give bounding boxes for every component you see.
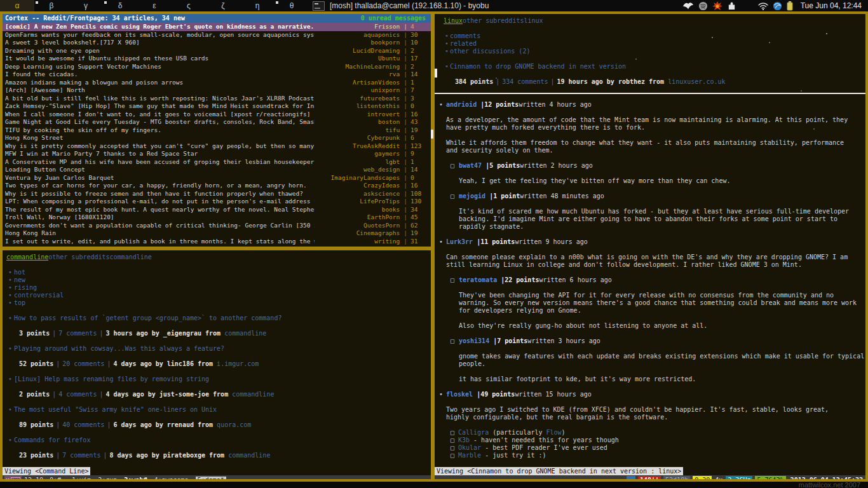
post-title-link[interactable]: How to pass results of `getent group <gr…: [14, 315, 281, 322]
article-row[interactable]: LPT: When composing a professional e-mai…: [3, 198, 431, 206]
app-link[interactable]: K3b: [458, 437, 470, 444]
spotify-icon[interactable]: [698, 1, 708, 11]
article-row[interactable]: A Conservative MP and his wife have been…: [3, 158, 431, 166]
workspace-tag[interactable]: γ: [69, 0, 103, 11]
post-title-link[interactable]: The most useful "Swiss army knife" one-l…: [14, 406, 217, 413]
comment-author[interactable]: mejogid: [459, 193, 485, 200]
post-source-link[interactable]: commandline: [228, 452, 270, 459]
comment-author[interactable]: yoshi314: [459, 337, 489, 344]
nav-link[interactable]: comments: [450, 32, 480, 39]
post-author[interactable]: just-some-joe: [159, 391, 209, 398]
article-row[interactable]: Why is it possible to freeze semen and t…: [3, 190, 431, 198]
article-row[interactable]: Hong Kong Street Cyberpunk | 6: [3, 134, 431, 142]
article-row[interactable]: I found the cicadas. rva | 14: [3, 71, 431, 79]
article-row[interactable]: I set out to write, edit, and publish a …: [3, 238, 431, 246]
sort-link[interactable]: new: [14, 276, 25, 283]
sort-link[interactable]: rising: [14, 284, 37, 291]
post-source-link[interactable]: quora.com: [217, 421, 251, 428]
article-row[interactable]: A sweet 3 level bookshelf.[717 X 960] bo…: [3, 39, 431, 47]
post-source-link[interactable]: commandline: [224, 330, 266, 337]
workspace-tag[interactable]: ε: [137, 0, 172, 11]
article-row[interactable]: Zack Hemsey-"Slave" [Hip Hop] The same g…: [3, 102, 431, 111]
post-title-link[interactable]: Commands for firefox: [14, 437, 90, 444]
app-link[interactable]: Marble: [458, 452, 481, 459]
post-title-link[interactable]: Playing around with cowsay...Was this al…: [14, 345, 224, 352]
plugin-icon[interactable]: [727, 1, 736, 10]
subreddit-link[interactable]: linux: [444, 17, 463, 24]
article-row[interactable]: Ventura by Juan Carlos Barquet Imaginary…: [3, 174, 431, 182]
post-source-link[interactable]: commandline: [232, 391, 274, 398]
tmux-window[interactable]: 3:web#: [124, 477, 147, 480]
post-author[interactable]: rrenaud: [167, 421, 194, 428]
article-row[interactable]: Game Night at Good Life every Tuesday - …: [3, 118, 431, 126]
other-subreddit-link[interactable]: commandline: [110, 254, 152, 261]
post-author[interactable]: pirateboxge: [163, 452, 205, 459]
workspace-tag[interactable]: α: [0, 0, 34, 11]
app-link[interactable]: Okular: [458, 444, 481, 451]
post-source-link[interactable]: i.imgur.com: [217, 360, 259, 367]
post-title-link[interactable]: [Linux] Help mass renaming files by remo…: [14, 376, 209, 383]
article-row[interactable]: [Arch] [Awesome] North unixporn | 7: [3, 86, 431, 95]
nav-link[interactable]: other discussions (2): [450, 48, 530, 55]
tmux-window[interactable]: 5:demo*: [196, 477, 226, 480]
post-author[interactable]: robthez: [618, 78, 645, 85]
app-sublink[interactable]: Flow: [546, 429, 561, 436]
other-subreddit-link[interactable]: linux: [524, 17, 543, 24]
layout-terminal-icon[interactable]: [313, 1, 325, 11]
workspace-tag[interactable]: θ: [275, 0, 309, 11]
subreddit-link[interactable]: commandline: [6, 254, 48, 261]
comment-author[interactable]: bwat47: [459, 162, 482, 169]
other-subreddits-label[interactable]: other subreddits: [463, 17, 524, 24]
post-author[interactable]: linc186: [167, 360, 194, 367]
article-row[interactable]: The result of my most epic book hunt. A …: [3, 206, 431, 214]
article-row[interactable]: A bit old but i still feel like this is …: [3, 95, 431, 103]
article-row[interactable]: TIFU by cooking the skin off of my finge…: [3, 126, 431, 135]
battery-icon[interactable]: [787, 1, 793, 11]
article-row[interactable]: Deep Learning using Support Vector Machi…: [3, 63, 431, 71]
post-source-link[interactable]: linuxuser.co.uk: [668, 78, 725, 85]
comment-author[interactable]: teratomata: [459, 276, 497, 283]
article-row[interactable]: Hong Kong Rain Cinemagraphs | 19: [3, 229, 431, 238]
comment-author[interactable]: Lurk3rr: [446, 238, 473, 245]
article-row[interactable]: Two types of car horns for your car, a h…: [3, 182, 431, 190]
comments-link[interactable]: 7 comments: [58, 330, 97, 337]
flame-icon[interactable]: [712, 1, 722, 11]
workspace-tag[interactable]: δ: [103, 0, 137, 11]
article-row[interactable]: Troll Wall, Norway [1680X1120] EarthPorn…: [3, 214, 431, 222]
article-row[interactable]: [comic] A new Zen Pencils comic using Ro…: [3, 23, 431, 31]
workspace-tag[interactable]: β: [34, 0, 69, 11]
tmux-window[interactable]: 0:#-: [50, 477, 65, 480]
article-row[interactable]: Amazon indians making a blowgun and pois…: [3, 79, 431, 87]
bird-icon[interactable]: [682, 1, 694, 10]
sort-link[interactable]: top: [14, 299, 25, 306]
tmux-window[interactable]: 4:awesome: [154, 477, 188, 480]
article-row[interactable]: When I call someone I don't want to, and…: [3, 111, 431, 119]
article-row[interactable]: MFW I win at Mario Party 7 thanks to a R…: [3, 150, 431, 158]
workspace-tag[interactable]: ζ: [206, 0, 240, 11]
article-row[interactable]: Governments don't want a population capa…: [3, 222, 431, 230]
comments-link[interactable]: 7 comments: [62, 452, 100, 459]
sort-link[interactable]: hot: [14, 269, 25, 276]
tmux-window[interactable]: 1:vim: [72, 477, 91, 480]
browser-icon[interactable]: [773, 1, 782, 11]
article-row[interactable]: OpenFarms wants your feedback on its sma…: [3, 31, 431, 39]
nav-link[interactable]: related: [450, 40, 477, 47]
app-link[interactable]: Calligra: [458, 429, 489, 436]
post-author[interactable]: _eigengrau: [163, 330, 201, 337]
comment-author[interactable]: andrioid: [446, 101, 477, 108]
other-subreddits-label[interactable]: other subreddits: [48, 254, 109, 261]
article-row[interactable]: Why is it pretty commonly accepted that …: [3, 142, 431, 151]
comments-link[interactable]: 40 comments: [62, 421, 104, 428]
comment-author[interactable]: floskel: [446, 391, 473, 398]
thread-title-link[interactable]: Cinnamon to drop GNOME backend in next v…: [450, 63, 626, 70]
comments-link[interactable]: 4 comments: [58, 391, 97, 398]
article-row[interactable]: Loading Button Concept web_design | 14: [3, 166, 431, 174]
sort-link[interactable]: controversial: [14, 292, 64, 299]
comments-link[interactable]: 334 comments: [502, 78, 548, 85]
comments-link[interactable]: 20 comments: [62, 360, 104, 367]
wifi-icon[interactable]: [758, 2, 768, 10]
tmux-window[interactable]: 2:run: [98, 477, 117, 480]
workspace-tag[interactable]: η: [240, 0, 275, 11]
article-row[interactable]: It would be awesome if Ubuntu shipped on…: [3, 55, 431, 63]
article-row[interactable]: Dreaming with one eye open LucidDreaming…: [3, 47, 431, 55]
